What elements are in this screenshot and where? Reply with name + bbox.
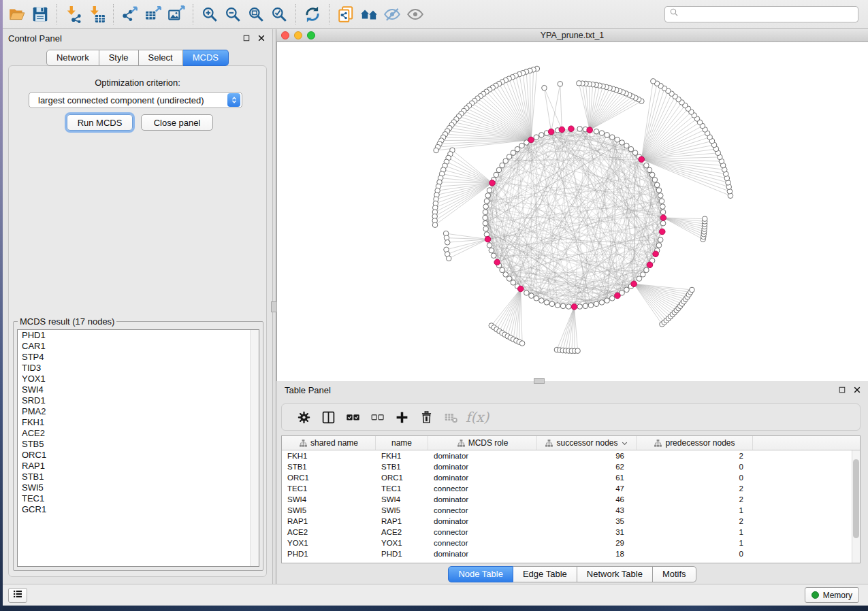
mcds-result-node[interactable]: TID3 — [18, 363, 259, 374]
column-header-MCDS-role[interactable]: MCDS role — [428, 436, 537, 450]
cell-name: ACE2 — [376, 527, 428, 538]
network-canvas[interactable] — [276, 42, 868, 381]
zoom-fit-icon[interactable] — [244, 3, 268, 25]
column-label: name — [391, 438, 412, 448]
mcds-result-node[interactable]: FKH1 — [18, 417, 259, 428]
table-row[interactable]: RAP1RAP1dominator352 — [282, 516, 852, 527]
close-panel-icon[interactable] — [852, 384, 863, 395]
run-mcds-button[interactable]: Run MCDS — [67, 114, 133, 131]
table-row[interactable]: SWI4SWI4dominator462 — [282, 494, 852, 505]
tab-mcds[interactable]: MCDS — [183, 50, 229, 66]
close-panel-button[interactable]: Close panel — [141, 114, 213, 131]
mcds-result-node[interactable]: STP4 — [18, 352, 259, 363]
scrollbar-thumb[interactable] — [853, 459, 859, 538]
mcds-result-node[interactable]: YOX1 — [18, 374, 259, 384]
toolbar-buttons — [5, 3, 427, 25]
cell-successor-nodes: 35 — [537, 516, 637, 527]
cell-successor-nodes: 43 — [537, 505, 637, 516]
mcds-result-node[interactable]: RAP1 — [18, 461, 259, 472]
optimization-criterion-select[interactable]: largest connected component (undirected) — [29, 92, 242, 108]
float-panel-icon[interactable] — [837, 384, 848, 395]
table-row[interactable]: YOX1YOX1connector291 — [282, 538, 852, 548]
tab-network[interactable]: Network — [46, 50, 99, 66]
open-file-icon[interactable] — [5, 3, 29, 25]
column-header-successor-nodes[interactable]: successor nodes — [537, 436, 637, 450]
toolbar-separator — [57, 4, 57, 24]
cell-name: SWI4 — [376, 494, 428, 505]
refresh-icon[interactable] — [301, 3, 324, 25]
task-history-button[interactable] — [8, 588, 27, 603]
search-icon — [669, 7, 680, 21]
tab-motifs[interactable]: Motifs — [653, 566, 696, 582]
table-scrollbar[interactable] — [852, 450, 860, 563]
trash-icon[interactable] — [414, 407, 438, 427]
cell-predecessor-nodes: 0 — [637, 548, 753, 559]
mcds-result-node[interactable]: STB5 — [18, 439, 259, 450]
mcds-result-node[interactable]: SRD1 — [18, 395, 259, 406]
mcds-result-group: MCDS result (17 nodes) PHD1CAR1STP4TID3Y… — [13, 316, 263, 571]
mcds-result-node[interactable]: SWI5 — [18, 482, 259, 493]
clone-network-icon[interactable] — [334, 3, 357, 25]
table-row[interactable]: SWI5SWI5connector431 — [282, 505, 852, 516]
column-header-shared-name[interactable]: shared name — [282, 436, 376, 450]
table-panel-tabs: Node TableEdge TableNetwork TableMotifs — [276, 566, 868, 582]
column-header-predecessor-nodes[interactable]: predecessor nodes — [637, 436, 753, 450]
zoom-in-icon[interactable] — [198, 3, 221, 25]
mcds-result-list[interactable]: PHD1CAR1STP4TID3YOX1SWI4SRD1PMA2FKH1ACE2… — [17, 329, 259, 567]
cell-predecessor-nodes: 1 — [637, 505, 753, 516]
tab-network-table[interactable]: Network Table — [577, 566, 653, 582]
mcds-result-node[interactable]: TEC1 — [18, 493, 259, 504]
cell-predecessor-nodes: 1 — [637, 538, 753, 548]
first-neighbors-icon[interactable] — [357, 3, 381, 25]
list-icon — [12, 589, 23, 602]
mcds-result-node[interactable]: SWI4 — [18, 384, 259, 395]
import-table-icon[interactable] — [85, 3, 108, 25]
split-table-icon[interactable] — [316, 407, 340, 427]
column-label: shared name — [310, 438, 358, 448]
column-header-name[interactable]: name — [376, 436, 428, 450]
table-row[interactable]: FKH1FKH1dominator962 — [282, 450, 852, 461]
mcds-result-node[interactable]: GCR1 — [18, 504, 259, 515]
network-window-titlebar[interactable]: YPA_prune.txt_1 — [276, 29, 868, 42]
cell-shared-name: RAP1 — [282, 516, 376, 527]
select-all-icon[interactable] — [340, 407, 365, 427]
mcds-result-node[interactable]: PMA2 — [18, 406, 259, 417]
export-network-icon[interactable] — [118, 3, 142, 25]
network-window-title: YPA_prune.txt_1 — [276, 31, 868, 40]
tab-node-table[interactable]: Node Table — [448, 566, 513, 582]
zoom-selected-icon[interactable] — [268, 3, 291, 25]
close-panel-icon[interactable] — [256, 33, 267, 44]
table-row[interactable]: TEC1TEC1connector472 — [282, 483, 852, 494]
deselect-all-icon[interactable] — [365, 407, 389, 427]
hide-selected-icon[interactable] — [381, 3, 404, 25]
splitter-grip[interactable] — [534, 378, 545, 384]
export-table-icon[interactable] — [142, 3, 165, 25]
mcds-result-node[interactable]: ORC1 — [18, 450, 259, 461]
mcds-result-node[interactable]: PHD1 — [18, 330, 259, 341]
table-row[interactable]: PHD1PHD1dominator180 — [282, 548, 852, 559]
result-list-scrollbar[interactable] — [250, 330, 259, 566]
float-panel-icon[interactable] — [241, 33, 252, 44]
search-box[interactable] — [664, 6, 858, 22]
mcds-result-node[interactable]: STB1 — [18, 472, 259, 482]
add-icon[interactable] — [389, 407, 414, 427]
search-input[interactable] — [680, 7, 854, 21]
table-row[interactable]: ACE2ACE2connector311 — [282, 527, 852, 538]
tab-edge-table[interactable]: Edge Table — [513, 566, 577, 582]
gear-icon[interactable] — [291, 407, 316, 427]
memory-button[interactable]: Memory — [805, 587, 859, 603]
network-graph — [277, 42, 868, 381]
export-image-icon[interactable] — [165, 3, 188, 25]
table-row[interactable]: STB1STB1dominator620 — [282, 461, 852, 472]
save-icon[interactable] — [29, 3, 52, 25]
zoom-out-icon[interactable] — [221, 3, 244, 25]
tab-style[interactable]: Style — [99, 50, 139, 66]
mcds-result-node[interactable]: CAR1 — [18, 341, 259, 352]
tab-select[interactable]: Select — [139, 50, 183, 66]
column-label: successor nodes — [556, 438, 617, 448]
show-all-icon[interactable] — [404, 3, 427, 25]
table-row[interactable]: ORC1ORC1dominator610 — [282, 472, 852, 483]
mcds-result-node[interactable]: ACE2 — [18, 428, 259, 439]
import-network-icon[interactable] — [62, 3, 85, 25]
table-header-row: shared namenameMCDS rolesuccessor nodesp… — [282, 436, 860, 450]
